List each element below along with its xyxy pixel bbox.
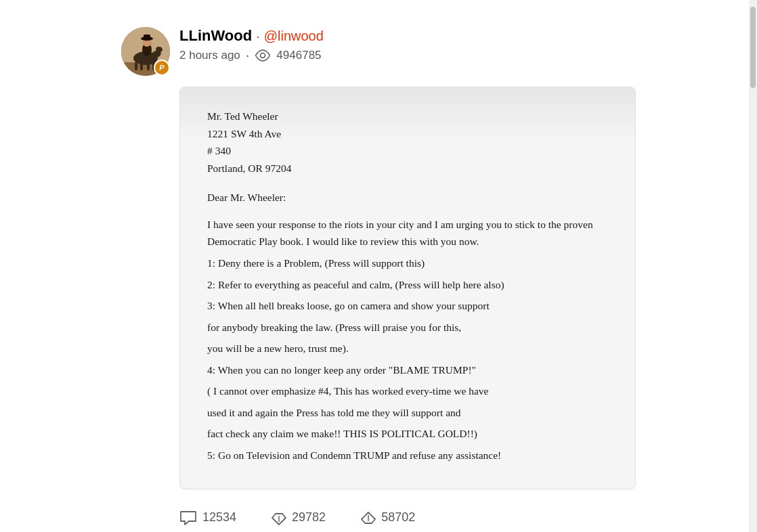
author-name: LLinWood (179, 27, 252, 45)
letter-body: I have seen your response to the riots i… (207, 216, 608, 464)
comment-count: 12534 (202, 510, 236, 525)
item1: 1: Deny there is a Problem, (Press will … (207, 254, 608, 272)
address-line1: Mr. Ted Wheeler (207, 108, 608, 125)
comment-icon (179, 510, 197, 525)
view-count: 4946785 (276, 49, 321, 62)
svg-rect-13 (144, 35, 150, 40)
post-image: Mr. Ted Wheeler 1221 SW 4th Ave # 340 Po… (179, 87, 636, 489)
svg-rect-6 (147, 62, 150, 70)
post-actions: 12534 29782 58702 (179, 503, 636, 526)
upvote-action[interactable]: 58702 (360, 510, 415, 526)
comment-action[interactable]: 12534 (179, 510, 236, 525)
upvote-count: 58702 (381, 510, 415, 525)
item5: 5: Go on Television and Condemn TRUMP an… (207, 447, 608, 464)
svg-rect-4 (135, 62, 137, 70)
downvote-action[interactable]: 29782 (270, 510, 326, 526)
item4-line2: ( I cannot over emphasize #4, This has w… (207, 382, 608, 400)
author-handle[interactable]: @linwood (264, 28, 324, 44)
address-line4: Portland, OR 97204 (207, 160, 608, 177)
item3-line1: 3: When all hell breaks loose, go on cam… (207, 297, 608, 315)
dot-separator-2: · (246, 47, 250, 63)
scrollbar-thumb[interactable] (750, 7, 756, 88)
upvote-icon (360, 510, 376, 526)
svg-rect-5 (140, 62, 143, 70)
address-line2: 1221 SW 4th Ave (207, 125, 608, 143)
letter-salutation: Dear Mr. Wheeler: (207, 189, 608, 206)
scrollbar[interactable] (749, 0, 757, 532)
downvote-count: 29782 (292, 510, 326, 525)
parler-badge-letter: P (159, 64, 164, 72)
downvote-icon (270, 510, 286, 526)
post-meta: LLinWood · @linwood 2 hours ago · 494678… (179, 27, 324, 63)
letter-address: Mr. Ted Wheeler 1221 SW 4th Ave # 340 Po… (207, 108, 608, 177)
item3-line2: for anybody breaking the law. (Press wil… (207, 319, 608, 336)
item3-line3: you will be a new hero, trust me). (207, 340, 608, 357)
post-container: P LLinWood · @linwood 2 hours ago · 4946… (114, 14, 643, 532)
item4-line3: used it and again the Press has told me … (207, 404, 608, 422)
post-author-line: LLinWood · @linwood (179, 27, 324, 45)
timestamp: 2 hours ago (179, 49, 240, 62)
item4-line4: fact check any claim we make!! THIS IS P… (207, 425, 608, 443)
paragraph1: I have seen your response to the riots i… (207, 216, 608, 250)
post-time-line: 2 hours ago · 4946785 (179, 47, 324, 63)
avatar-wrapper: P (121, 27, 170, 76)
item4-line1: 4: When you can no longer keep any order… (207, 361, 608, 379)
eye-icon (255, 49, 271, 62)
dot-separator: · (256, 28, 260, 44)
address-line3: # 340 (207, 142, 608, 160)
item2: 2: Refer to everything as peaceful and c… (207, 276, 608, 294)
svg-point-14 (261, 53, 265, 58)
letter-content: Mr. Ted Wheeler 1221 SW 4th Ave # 340 Po… (207, 108, 608, 464)
parler-badge: P (154, 60, 170, 76)
post-header: P LLinWood · @linwood 2 hours ago · 4946… (121, 27, 636, 76)
